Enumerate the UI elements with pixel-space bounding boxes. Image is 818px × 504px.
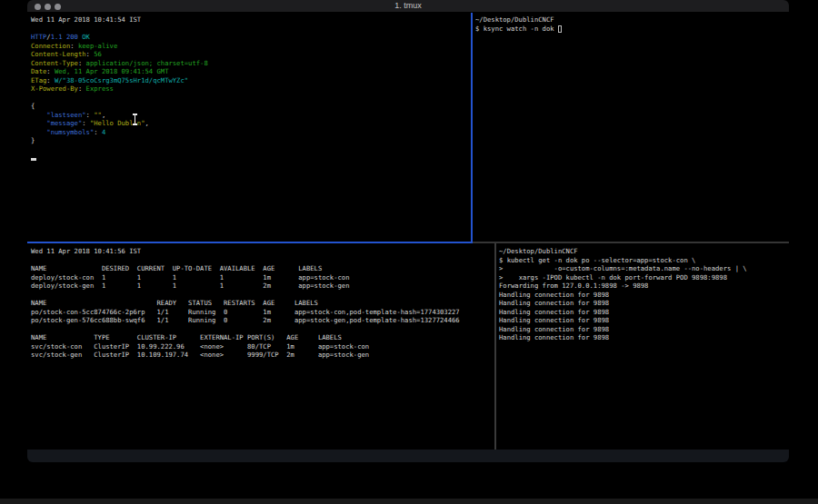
tmux-status-bar: demo 0:bash* ⎈ minikube:default	[27, 450, 789, 462]
json-field-line: "numsymbols": 4	[31, 128, 471, 137]
handling-line: Handling connection for 9898	[499, 333, 789, 342]
minimize-button[interactable]	[45, 4, 51, 10]
header-separator: :	[78, 84, 86, 93]
header-separator: :	[70, 42, 78, 50]
header-value: Express	[86, 84, 114, 93]
http-header-line: ETag: W/"38-05coCsrg3mQ75sHr1d/qcMTwYZc"	[31, 76, 471, 85]
http-protocol: HTTP	[31, 33, 46, 41]
command-text: $ ksync watch -n dok	[475, 25, 554, 33]
close-button[interactable]	[35, 4, 41, 10]
header-name: Content-Type	[31, 59, 78, 67]
json-comma: ,	[102, 111, 105, 119]
forwarding-line: Forwarding from 127.0.0.1:9898 -> 9898	[499, 282, 789, 291]
handling-line: Handling connection for 9898	[499, 325, 789, 334]
handling-line: Handling connection for 9898	[499, 316, 789, 325]
shell-cursor-line	[31, 153, 471, 163]
header-separator: :	[86, 50, 95, 58]
timestamp-line: Wed 11 Apr 2018 10:41:56 IST	[31, 247, 494, 256]
header-value: keep-alive	[78, 42, 117, 50]
header-value: application/json; charset=utf-8	[86, 59, 208, 67]
services-table: NAME TYPE CLUSTER-IP EXTERNAL-IP PORT(S)…	[31, 333, 494, 360]
header-name: Content-Length	[31, 50, 86, 58]
json-value: ""	[94, 111, 102, 119]
json-indent	[31, 111, 46, 119]
table-row: svc/stock-con ClusterIP 10.99.222.96 <no…	[31, 342, 494, 351]
terminal-block-cursor	[31, 158, 36, 161]
table-header-row: NAME READY STATUS RESTARTS AGE LABELS	[31, 299, 494, 308]
command-line: $ kubectl get -n dok po --selector=app=s…	[499, 256, 789, 265]
table-row: svc/stock-gen ClusterIP 10.109.197.74 <n…	[31, 351, 494, 360]
http-header-line: X-Powered-By: Express	[31, 84, 471, 94]
blank-line	[31, 94, 471, 103]
zoom-button[interactable]	[55, 4, 61, 10]
json-indent	[31, 128, 46, 136]
cwd-line: ~/Desktop/DublinCNCF	[475, 15, 789, 25]
command-continuation-line: > -o=custom-columns=:metadata.name --no-…	[499, 264, 789, 273]
http-reason: OK	[82, 33, 90, 41]
table-row: po/stock-con-5cc874766c-2p6rp 1/1 Runnin…	[31, 308, 494, 317]
command-line: $ ksync watch -n dok	[475, 25, 789, 34]
http-header-line: Connection: keep-alive	[31, 42, 471, 51]
table-header-row: NAME TYPE CLUSTER-IP EXTERNAL-IP PORT(S)…	[31, 333, 494, 342]
desktop-bottom-strip	[0, 499, 818, 504]
json-separator: :	[86, 111, 95, 119]
blank-line	[31, 145, 471, 154]
table-header-row: NAME DESIRED CURRENT UP-TO-DATE AVAILABL…	[31, 264, 494, 273]
header-name: Date	[31, 67, 46, 75]
http-header-line: Content-Length: 56	[31, 50, 471, 59]
json-comma: ,	[145, 119, 149, 127]
json-key: "numsymbols"	[46, 128, 94, 136]
handling-line: Handling connection for 9898	[499, 291, 789, 300]
json-value: 4	[102, 128, 105, 136]
cwd-line: ~/Desktop/DublinCNCF	[499, 247, 789, 256]
json-separator: :	[82, 119, 90, 127]
inactive-pane-cursor	[558, 25, 562, 33]
json-field-line: "lastseen": "",	[31, 111, 471, 120]
pane-top-left-http-response[interactable]: Wed 11 Apr 2018 10:41:54 IST HTTP/1.1 20…	[27, 13, 471, 242]
http-version-status: 1.1 200	[51, 33, 83, 41]
mouse-ibeam-cursor	[131, 114, 139, 125]
json-separator: :	[94, 128, 102, 136]
terminal-window: 1. tmux Wed 11 Apr 2018 10:41:54 IST HTT…	[27, 0, 789, 462]
json-close-brace: }	[31, 136, 35, 144]
json-open-brace: {	[31, 102, 35, 110]
http-status-line: HTTP/1.1 200 OK	[31, 33, 471, 42]
pods-table: NAME READY STATUS RESTARTS AGE LABELSpo/…	[31, 299, 494, 325]
header-value: 56	[94, 50, 102, 58]
window-titlebar[interactable]: 1. tmux	[27, 0, 789, 13]
header-value: W/"38-05coCsrg3mQ75sHr1d/qcMTwYZc"	[55, 76, 188, 84]
handling-line: Handling connection for 9898	[499, 299, 789, 308]
header-name: Connection	[31, 42, 70, 50]
header-separator: :	[46, 67, 55, 75]
json-key: "message"	[46, 119, 82, 127]
header-name: X-Powered-By	[31, 84, 78, 93]
json-indent	[31, 119, 46, 127]
deployments-table: NAME DESIRED CURRENT UP-TO-DATE AVAILABL…	[31, 264, 494, 291]
pane-bottom-left-kubectl-get[interactable]: Wed 11 Apr 2018 10:41:56 IST NAME DESIRE…	[27, 243, 494, 450]
header-separator: :	[46, 76, 55, 84]
table-row: deploy/stock-con 1 1 1 1 1m app=stock-co…	[31, 273, 494, 282]
json-brace-line: }	[31, 136, 471, 145]
json-key: "lastseen"	[46, 111, 85, 119]
blank-line	[31, 325, 494, 334]
table-row: deploy/stock-gen 1 1 1 1 2m app=stock-ge…	[31, 282, 494, 291]
blank-line	[31, 256, 494, 265]
http-header-line: Date: Wed, 11 Apr 2018 09:41:54 GMT	[31, 67, 471, 76]
pane-bottom-right-port-forward[interactable]: ~/Desktop/DublinCNCF $ kubectl get -n do…	[496, 243, 789, 450]
window-title: 1. tmux	[27, 0, 789, 12]
header-value: Wed, 11 Apr 2018 09:41:54 GMT	[55, 67, 169, 75]
timestamp-line: Wed 11 Apr 2018 10:41:54 IST	[31, 15, 471, 25]
header-separator: :	[78, 59, 86, 67]
json-brace-line: {	[31, 102, 471, 111]
command-continuation-line: > xargs -IPOD kubectl -n dok port-forwar…	[499, 273, 789, 282]
header-name: ETag	[31, 76, 46, 84]
pane-top-right-ksync[interactable]: ~/Desktop/DublinCNCF $ ksync watch -n do…	[473, 13, 789, 242]
http-header-line: Content-Type: application/json; charset=…	[31, 59, 471, 68]
json-field-line: "message": "Hello Dublin",	[31, 119, 471, 128]
blank-line	[31, 25, 471, 34]
table-row: po/stock-gen-576cc688bb-swqf6 1/1 Runnin…	[31, 316, 494, 325]
tmux-terminal: Wed 11 Apr 2018 10:41:54 IST HTTP/1.1 20…	[27, 13, 789, 450]
handling-line: Handling connection for 9898	[499, 308, 789, 317]
blank-line	[31, 291, 494, 300]
